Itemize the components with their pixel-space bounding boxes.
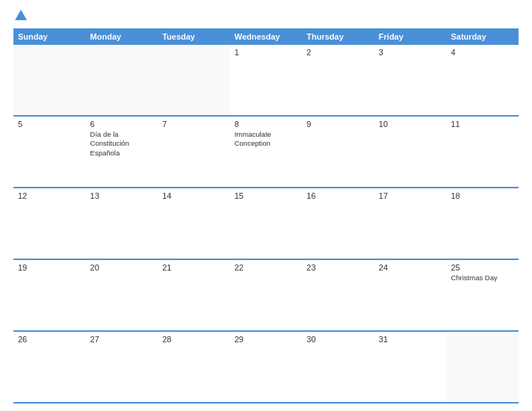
day-number: 19 [18,263,81,272]
day-number: 25 [451,263,514,272]
day-cell: 3 [374,45,447,115]
day-number: 28 [162,335,226,344]
day-header: Monday [86,28,158,45]
day-number: 4 [451,48,514,57]
calendar-header [13,12,519,22]
day-cell: 2 [302,45,374,115]
day-cell [158,45,230,115]
day-number: 14 [162,191,226,200]
day-cell: 8Immaculate Conception [230,117,303,187]
day-header: Wednesday [230,28,303,45]
week-row: 1234 [13,45,519,117]
day-cell: 19 [13,260,86,330]
day-number: 16 [306,191,370,200]
day-cell [13,45,86,115]
day-number: 20 [90,263,154,272]
day-number: 6 [90,120,154,129]
day-number: 5 [18,120,81,129]
day-header: Friday [374,28,447,45]
day-number: 2 [306,48,370,57]
day-number: 11 [451,120,514,129]
day-cell: 10 [374,117,447,187]
day-cell: 31 [374,332,447,402]
day-cell: 1 [230,45,303,115]
day-number: 12 [18,191,81,200]
day-number: 7 [162,120,226,129]
day-header: Tuesday [158,28,230,45]
day-number: 24 [379,263,442,272]
day-cell: 20 [86,260,158,330]
day-number: 22 [235,263,298,272]
day-number: 23 [306,263,370,272]
event-label: Día de la Constitución Española [90,130,154,158]
day-cell: 13 [86,188,158,259]
event-label: Immaculate Conception [235,130,298,149]
day-number: 18 [451,191,514,200]
day-number: 21 [162,263,226,272]
day-cell: 12 [13,188,86,259]
week-row: 12131415161718 [13,188,519,260]
day-number: 31 [379,335,442,344]
day-cell [86,45,158,115]
event-label: Christmas Day [451,274,514,282]
day-number: 13 [90,191,154,200]
day-number: 17 [379,191,442,200]
day-cell: 25Christmas Day [446,260,519,330]
day-number: 9 [306,120,370,129]
day-header: Sunday [13,28,86,45]
day-cell: 4 [446,45,519,115]
day-number: 15 [235,191,298,200]
day-cell: 14 [158,188,230,259]
day-cell: 27 [86,332,158,402]
day-cell: 11 [446,117,519,187]
day-cell: 5 [13,117,86,187]
day-header: Saturday [446,28,519,45]
week-row: 262728293031 [13,332,519,404]
day-number: 10 [379,120,442,129]
day-number: 3 [379,48,442,57]
day-number: 30 [306,335,370,344]
weeks-container: 123456Día de la Constitución Española78I… [13,45,519,404]
day-cell [446,332,519,402]
day-number: 29 [235,335,298,344]
week-row: 19202122232425Christmas Day [13,260,519,332]
day-cell: 29 [230,332,303,402]
week-row: 56Día de la Constitución Española78Immac… [13,117,519,188]
day-cell: 6Día de la Constitución Española [86,117,158,187]
day-cell: 17 [374,188,447,259]
calendar-grid: SundayMondayTuesdayWednesdayThursdayFrid… [13,28,519,404]
day-number: 27 [90,335,154,344]
day-cell: 22 [230,260,303,330]
day-cell: 26 [13,332,86,402]
day-cell: 23 [302,260,374,330]
day-headers-row: SundayMondayTuesdayWednesdayThursdayFrid… [13,28,519,45]
day-header: Thursday [302,28,374,45]
day-cell: 28 [158,332,230,402]
day-cell: 7 [158,117,230,187]
day-number: 1 [235,48,298,57]
day-cell: 24 [374,260,447,330]
day-number: 26 [18,335,81,344]
logo-triangle-icon [15,10,27,20]
day-cell: 18 [446,188,519,259]
day-cell: 30 [302,332,374,402]
logo [13,12,28,22]
day-cell: 9 [302,117,374,187]
day-number: 8 [235,120,298,129]
day-cell: 15 [230,188,303,259]
day-cell: 21 [158,260,230,330]
day-cell: 16 [302,188,374,259]
calendar-page: SundayMondayTuesdayWednesdayThursdayFrid… [0,0,532,411]
